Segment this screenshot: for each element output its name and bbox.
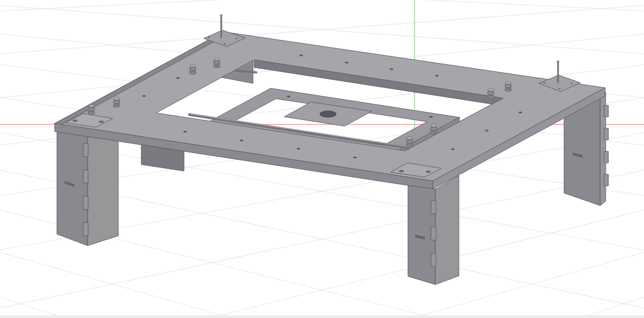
leg-front-left	[57, 128, 118, 246]
viewport-canvas[interactable]	[0, 0, 644, 318]
leg-front-right	[408, 175, 459, 285]
window-bottom-edge	[0, 315, 644, 318]
viewport	[0, 0, 644, 318]
